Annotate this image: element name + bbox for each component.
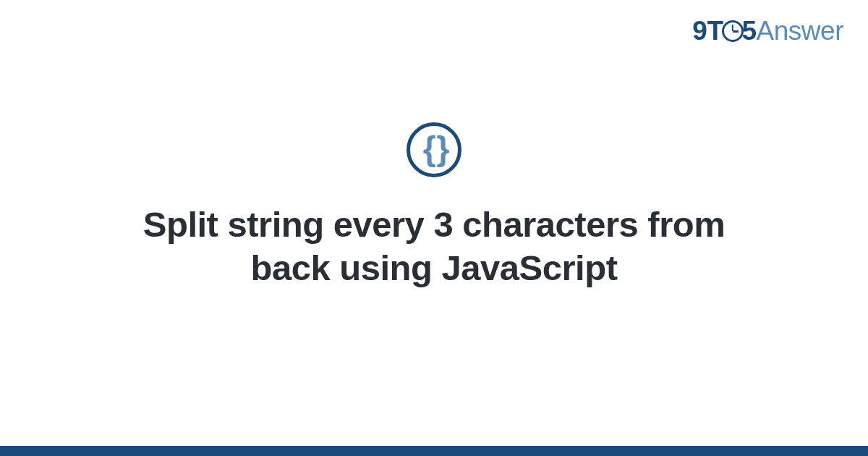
category-badge: { }: [407, 122, 461, 177]
site-logo: 9T5Answer: [692, 16, 843, 46]
clock-icon: [722, 20, 744, 42]
page-title: Split string every 3 characters from bac…: [109, 203, 760, 290]
logo-prefix: 9T: [692, 16, 723, 46]
logo-middle: 5: [742, 16, 757, 46]
logo-suffix: Answer: [757, 16, 843, 46]
main-content: { } Split string every 3 characters from…: [0, 0, 868, 456]
footer-accent-bar: [0, 446, 868, 456]
code-braces-icon: { }: [423, 132, 446, 165]
